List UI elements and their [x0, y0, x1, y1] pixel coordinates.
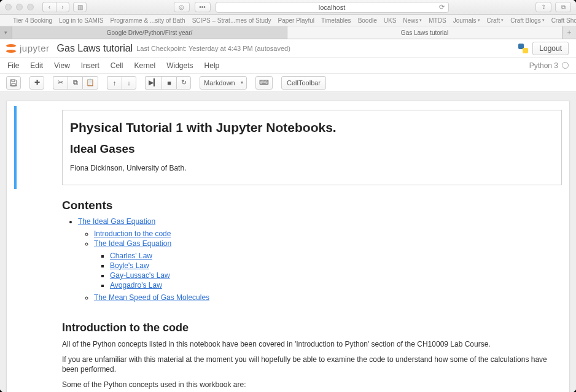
bookmark-item[interactable]: Log in to SAMIS — [59, 17, 103, 24]
toc-link[interactable]: The Ideal Gas Equation — [78, 217, 155, 226]
bookmark-item[interactable]: Paper Playful — [278, 17, 314, 24]
minimize-window-icon[interactable] — [16, 4, 23, 10]
cell-type-select[interactable]: Markdown — [200, 76, 247, 90]
paragraph: All of the Python concepts listed in thi… — [62, 339, 562, 350]
menu-file[interactable]: File — [7, 61, 19, 70]
bookmark-item[interactable]: UKS — [384, 17, 397, 24]
back-button[interactable]: ‹ — [42, 2, 56, 12]
jupyter-logo-text: jupyter — [20, 43, 50, 53]
markdown-cell[interactable]: Contents The Ideal Gas Equation Introduc… — [14, 189, 562, 309]
notebook-container: Physical Tutorial 1 with Jupyter Noteboo… — [6, 101, 570, 392]
menu-kernel[interactable]: Kernel — [134, 61, 156, 70]
kernel-status-icon — [562, 62, 569, 69]
menu-insert[interactable]: Insert — [81, 61, 99, 70]
move-up-button[interactable]: ↑ — [107, 76, 122, 90]
bookmark-item[interactable]: MTDS — [429, 17, 446, 24]
tabs-overview-icon[interactable]: ⧉ — [555, 2, 571, 12]
nav-buttons: ‹ › — [42, 2, 69, 12]
add-cell-button[interactable]: ✚ — [29, 76, 44, 90]
browser-tab[interactable]: Google Drive/Python/First year/ — [12, 26, 287, 39]
save-button[interactable] — [6, 76, 21, 90]
heading-1: Ideal Gases — [70, 142, 554, 156]
jupyter-header: jupyter Gas Laws tutorial Last Checkpoin… — [0, 39, 576, 58]
markdown-cell[interactable]: Introduction to the code All of the Pyth… — [14, 309, 562, 392]
menu-widgets[interactable]: Widgets — [166, 61, 193, 70]
toc-link[interactable]: Charles' Law — [110, 252, 152, 260]
bookmark-item[interactable]: News▾ — [403, 17, 422, 24]
toc-link[interactable]: Gay-Lussac's Law — [110, 271, 170, 280]
bookmark-item[interactable]: Journals▾ — [453, 17, 480, 24]
bookmark-item[interactable]: Timetables — [321, 17, 351, 24]
reload-icon[interactable]: ⟳ — [439, 3, 445, 11]
kernel-name: Python 3 — [529, 61, 558, 70]
browser-tabs: ▾ Google Drive/Python/First year/ Gas La… — [0, 26, 576, 39]
pinterest-ext-icon[interactable]: ◎ — [174, 2, 190, 12]
menu-cell[interactable]: Cell — [111, 61, 123, 70]
address-bar[interactable]: localhost ⟳ — [216, 2, 449, 13]
paragraph: If you are unfamiliar with this material… — [62, 355, 562, 375]
toc-link[interactable]: Avogadro's Law — [110, 281, 162, 290]
bookmarks-bar: Tier 4 Booking Log in to SAMIS Programme… — [0, 15, 576, 26]
paste-button[interactable]: 📋 — [82, 76, 98, 90]
heading-2: Contents — [62, 199, 562, 212]
bookmark-item[interactable]: Programme & ...sity of Bath — [110, 17, 185, 24]
bookmark-item[interactable]: Tier 4 Booking — [13, 17, 52, 24]
stop-button[interactable]: ■ — [162, 76, 176, 90]
checkpoint-status: Last Checkpoint: Yesterday at 4:43 PM (a… — [136, 45, 290, 52]
bookmark-item[interactable]: SCIPS – Strat...mes of Study — [192, 17, 271, 24]
titlebar: ‹ › ▥ ◎ ••• localhost ⟳ ⇪ ⧉ — [0, 0, 576, 15]
menu-view[interactable]: View — [54, 61, 70, 70]
bookmark-item[interactable]: Craft Blogs▾ — [510, 17, 544, 24]
jupyter-logo[interactable]: jupyter — [4, 41, 50, 56]
heading-1: Physical Tutorial 1 with Jupyter Noteboo… — [70, 120, 554, 135]
copy-button[interactable]: ⧉ — [68, 76, 82, 90]
menu-help[interactable]: Help — [204, 61, 220, 70]
bookmark-item[interactable]: Boodle — [358, 17, 377, 24]
heading-2: Introduction to the code — [62, 321, 562, 334]
share-icon[interactable]: ⇪ — [535, 2, 551, 12]
extension-icon[interactable]: ••• — [195, 2, 211, 12]
toc-link[interactable]: Boyle's Law — [110, 261, 149, 270]
tab-list-icon[interactable]: ▾ — [0, 26, 12, 39]
logout-button[interactable]: Logout — [532, 42, 569, 55]
new-tab-button[interactable]: + — [562, 26, 576, 39]
jupyter-logo-icon — [4, 41, 18, 56]
apps-grid-icon[interactable] — [5, 17, 6, 25]
toc-link[interactable]: Introduction to the code — [94, 229, 171, 238]
cell-toolbar-button[interactable]: CellToolbar — [281, 76, 326, 90]
run-button[interactable]: ▶▎ — [145, 76, 162, 90]
forward-button[interactable]: › — [56, 2, 69, 12]
address-text: localhost — [319, 4, 345, 11]
notebook-title[interactable]: Gas Laws tutorial — [57, 43, 133, 54]
browser-tab[interactable]: Gas Laws tutorial — [287, 26, 562, 39]
close-window-icon[interactable] — [5, 4, 12, 10]
menubar: File Edit View Insert Cell Kernel Widget… — [0, 58, 576, 74]
browser-window: ‹ › ▥ ◎ ••• localhost ⟳ ⇪ ⧉ Tier 4 Booki… — [0, 0, 576, 392]
bookmark-item[interactable]: Craft Shopping▾ — [551, 17, 576, 24]
maximize-window-icon[interactable] — [27, 4, 34, 10]
move-down-button[interactable]: ↓ — [122, 76, 136, 90]
restart-button[interactable]: ↻ — [176, 76, 191, 90]
menu-edit[interactable]: Edit — [30, 61, 43, 70]
paragraph: Some of the Python concepts used in this… — [62, 380, 562, 390]
toc-link[interactable]: The Mean Speed of Gas Molecules — [94, 293, 209, 302]
traffic-lights — [5, 4, 34, 10]
python-logo-icon — [518, 43, 529, 54]
toc-link[interactable]: The Ideal Gas Equation — [94, 239, 171, 248]
command-palette-button[interactable]: ⌨ — [255, 76, 273, 90]
markdown-cell[interactable]: Physical Tutorial 1 with Jupyter Noteboo… — [14, 106, 562, 189]
cut-button[interactable]: ✂ — [53, 76, 68, 90]
notebook-scroll-area[interactable]: Physical Tutorial 1 with Jupyter Noteboo… — [0, 92, 576, 392]
bookmark-item[interactable]: Craft▾ — [487, 17, 504, 24]
sidebar-toggle-icon[interactable]: ▥ — [73, 2, 87, 12]
toolbar: ✚ ✂ ⧉ 📋 ↑ ↓ ▶▎ ■ ↻ Markdown — [0, 74, 576, 92]
author-line: Fiona Dickinson, University of Bath. — [70, 163, 554, 174]
jupyter-app: jupyter Gas Laws tutorial Last Checkpoin… — [0, 39, 576, 392]
